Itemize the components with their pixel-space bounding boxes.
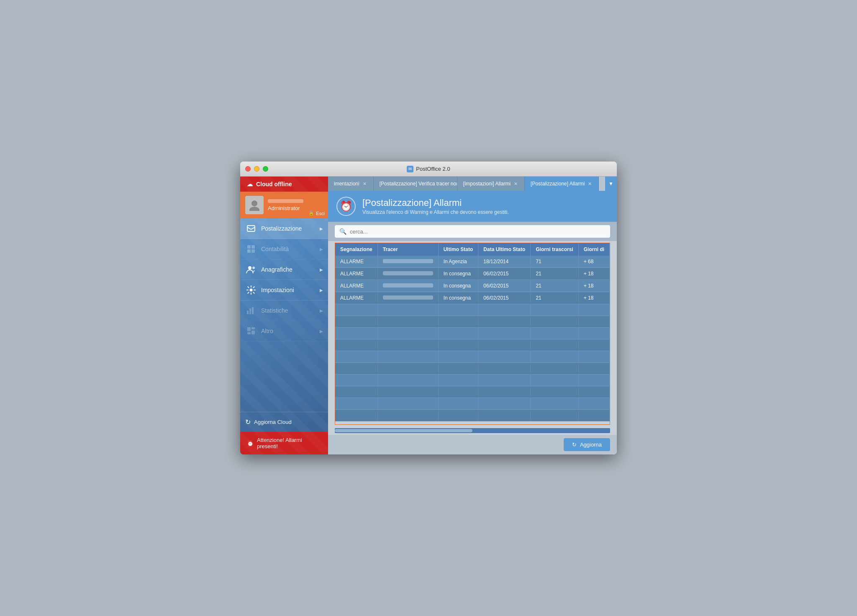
empty-cell xyxy=(377,339,438,351)
aggiorna-button[interactable]: ↻ Aggiorna xyxy=(564,438,610,451)
table-cell-row3-col0: ALLARME xyxy=(335,292,377,304)
avatar xyxy=(245,196,264,214)
col-giorni-di: Giorni di xyxy=(578,243,609,256)
svg-rect-15 xyxy=(247,332,251,334)
cloud-offline-button[interactable]: ☁ Cloud offline xyxy=(240,177,328,192)
svg-point-8 xyxy=(252,267,255,269)
titlebar: ✉ PostOffice 2.0 xyxy=(240,162,617,177)
table-cell-row1-col4: 21 xyxy=(531,268,578,280)
page-header-text: [Postalizzazione] Allarmi Visualizza l'e… xyxy=(362,198,509,215)
sidebar-item-anagrafiche[interactable]: Anagrafiche ▶ xyxy=(240,259,328,280)
empty-cell xyxy=(377,398,438,410)
empty-cell xyxy=(478,375,531,386)
svg-rect-5 xyxy=(247,249,251,253)
table-cell-row0-col5: + 68 xyxy=(578,256,609,268)
sidebar-item-statistiche: Statistiche ▶ xyxy=(240,300,328,321)
tab-overflow-button[interactable]: ▼ xyxy=(605,177,617,191)
empty-cell xyxy=(478,351,531,363)
empty-cell xyxy=(478,328,531,339)
table-row-empty xyxy=(335,351,610,363)
empty-cell xyxy=(377,363,438,375)
tab-impostazioni-allarmi[interactable]: [Impostazioni] Allarmi ✕ xyxy=(457,177,525,191)
tab-close-alimentazioni[interactable]: ✕ xyxy=(362,181,367,187)
empty-cell xyxy=(438,304,478,316)
search-input[interactable] xyxy=(350,228,606,235)
table-cell-row1-col3: 06/02/2015 xyxy=(478,268,531,280)
chevron-right-icon: ▶ xyxy=(320,308,323,313)
minimize-button[interactable] xyxy=(254,166,259,172)
col-tracer: Tracer xyxy=(377,243,438,256)
table-cell-row2-col1 xyxy=(377,280,438,292)
empty-cell xyxy=(478,339,531,351)
window-controls xyxy=(245,166,268,172)
empty-cell xyxy=(377,304,438,316)
page-title: [Postalizzazione] Allarmi xyxy=(362,198,509,208)
alarm-icon: ⏰ xyxy=(247,440,254,447)
chevron-right-icon: ▶ xyxy=(320,226,323,231)
table-cell-row0-col2: In Agenzia xyxy=(438,256,478,268)
empty-cell xyxy=(578,398,609,410)
empty-cell xyxy=(335,316,377,328)
close-button[interactable] xyxy=(245,166,251,172)
tabs-bar: imentazioni ✕ [Postalizzazione] Verifica… xyxy=(328,177,617,191)
empty-cell xyxy=(335,328,377,339)
table-row[interactable]: ALLARMEIn consegna06/02/201521+ 18 xyxy=(335,268,610,280)
anagrafiche-icon xyxy=(245,264,257,275)
esci-button[interactable]: 🔒 Esci xyxy=(308,210,325,216)
empty-cell xyxy=(478,386,531,398)
tab-close-postalizzazione[interactable]: ✕ xyxy=(587,181,593,187)
table-cell-row2-col5: + 18 xyxy=(578,280,609,292)
empty-cell xyxy=(335,375,377,386)
empty-cell xyxy=(377,351,438,363)
table-cell-row2-col0: ALLARME xyxy=(335,280,377,292)
table-cell-row3-col2: In consegna xyxy=(438,292,478,304)
tab-postalizzazione-allarmi[interactable]: [Postalizzazione] Allarmi ✕ xyxy=(525,177,599,191)
contabilita-icon xyxy=(245,243,257,255)
empty-cell xyxy=(531,351,578,363)
aggiorna-cloud-button[interactable]: ↻ Aggiorna Cloud xyxy=(240,412,328,432)
tab-alimentazioni[interactable]: imentazioni ✕ xyxy=(328,177,374,191)
alarm-footer[interactable]: ⏰ Attenzione! Allarmi presenti! xyxy=(240,432,328,454)
refresh-icon: ↻ xyxy=(572,441,577,448)
empty-cell xyxy=(438,375,478,386)
user-role: Administrator xyxy=(268,205,303,211)
lock-icon: 🔒 xyxy=(308,210,314,216)
tab-verifica-tracer[interactable]: [Postalizzazione] Verifica tracer non ac… xyxy=(374,177,457,191)
chevron-right-icon: ▶ xyxy=(320,247,323,252)
window-title: ✉ PostOffice 2.0 xyxy=(407,166,450,172)
page-icon: ⏰ xyxy=(336,197,356,216)
table-cell-row1-col1 xyxy=(377,268,438,280)
empty-cell xyxy=(335,410,377,421)
empty-cell xyxy=(578,410,609,421)
empty-cell xyxy=(478,398,531,410)
page-header: ⏰ [Postalizzazione] Allarmi Visualizza l… xyxy=(328,191,617,222)
svg-rect-4 xyxy=(251,245,255,249)
empty-cell xyxy=(335,363,377,375)
table-cell-row1-col2: In consegna xyxy=(438,268,478,280)
table-row-empty xyxy=(335,328,610,339)
table-header-row: Segnalazione Tracer Ultimo Stato Data Ul… xyxy=(335,243,610,256)
sidebar-item-postalizzazione[interactable]: Postalizzazione ▶ xyxy=(240,218,328,239)
user-info: Administrator xyxy=(268,199,303,211)
table-cell-row0-col0: ALLARME xyxy=(335,256,377,268)
table-row[interactable]: ALLARMEIn Agenzia18/12/201471+ 68 xyxy=(335,256,610,268)
table-row-empty xyxy=(335,410,610,421)
empty-cell xyxy=(478,410,531,421)
tab-close-impostazioni[interactable]: ✕ xyxy=(513,181,518,187)
col-giorni-trascorsi: Giorni trascorsi xyxy=(531,243,578,256)
empty-cell xyxy=(531,398,578,410)
table-row[interactable]: ALLARMEIn consegna06/02/201521+ 18 xyxy=(335,292,610,304)
empty-cell xyxy=(478,316,531,328)
horizontal-scrollbar[interactable] xyxy=(335,428,610,433)
postalizzazione-icon xyxy=(245,223,257,234)
empty-cell xyxy=(578,351,609,363)
svg-point-1 xyxy=(249,207,259,211)
sidebar-item-impostazioni[interactable]: Impostazioni ▶ xyxy=(240,280,328,300)
table-row[interactable]: ALLARMEIn consegna06/02/201521+ 18 xyxy=(335,280,610,292)
col-segnalazione: Segnalazione xyxy=(335,243,377,256)
maximize-button[interactable] xyxy=(263,166,268,172)
empty-cell xyxy=(438,410,478,421)
search-wrap: 🔍 xyxy=(335,225,610,238)
empty-cell xyxy=(531,375,578,386)
scrollbar-thumb[interactable] xyxy=(335,429,472,432)
